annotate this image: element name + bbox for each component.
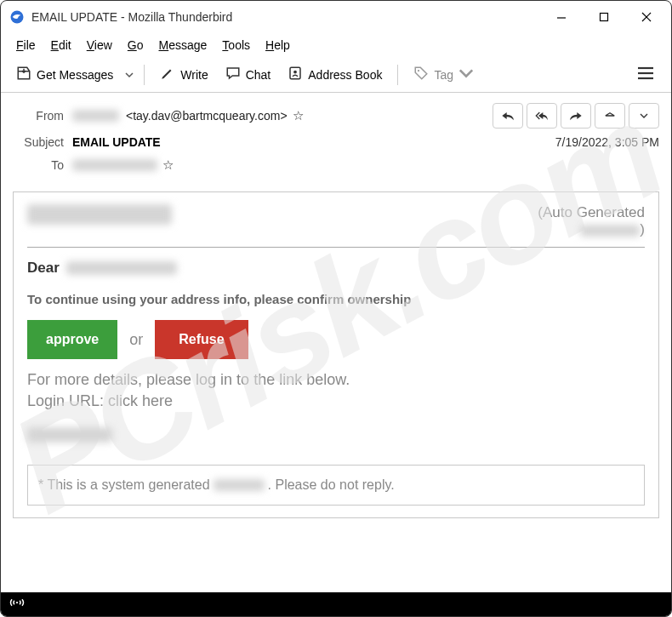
inbox-download-icon <box>16 66 31 83</box>
menu-tools[interactable]: Tools <box>215 35 257 55</box>
address-book-button[interactable]: Address Book <box>281 62 389 87</box>
chevron-down-icon <box>458 66 474 83</box>
tag-label: Tag <box>434 68 453 82</box>
login-url-link[interactable]: Login URL: click here <box>27 391 645 412</box>
instruction-text: To continue using your address info, ple… <box>27 292 645 306</box>
app-window: EMAIL UPDATE - Mozilla Thunderbird File … <box>0 0 672 617</box>
menu-edit[interactable]: Edit <box>44 35 78 55</box>
panel-header: (Auto Generated ) <box>27 204 645 248</box>
separator <box>144 65 145 85</box>
message-actions <box>493 103 659 129</box>
menu-go[interactable]: Go <box>121 35 151 55</box>
auto-generated-redacted <box>580 225 640 237</box>
archive-button[interactable] <box>595 103 625 129</box>
message-date: 7/19/2022, 3:05 PM <box>555 135 659 149</box>
minimize-button[interactable] <box>540 3 583 31</box>
from-address: <tay.dav@bartmcqueary.com> <box>126 109 288 123</box>
chat-label: Chat <box>246 68 271 82</box>
more-actions-button[interactable] <box>629 103 659 129</box>
titlebar: EMAIL UPDATE - Mozilla Thunderbird <box>1 1 671 33</box>
menu-file[interactable]: File <box>9 35 43 55</box>
svg-point-6 <box>293 71 297 74</box>
close-button[interactable] <box>625 3 668 31</box>
star-contact-button[interactable]: ☆ <box>293 108 304 123</box>
svg-rect-2 <box>601 14 608 21</box>
write-label: Write <box>180 68 208 82</box>
hamburger-icon <box>637 68 654 83</box>
svg-point-7 <box>418 70 419 71</box>
menu-view[interactable]: View <box>80 35 119 55</box>
address-book-label: Address Book <box>308 68 382 82</box>
recipient-redacted <box>27 204 172 225</box>
address-book-icon <box>288 66 303 83</box>
from-name-redacted <box>72 110 119 122</box>
system-footer: * This is a system generated . Please do… <box>27 465 645 506</box>
separator <box>397 65 398 85</box>
footer-prefix: * This is a system generated <box>38 477 210 493</box>
details-text: For more details, please log in to the l… <box>27 369 645 412</box>
details-line1: For more details, please log in to the l… <box>27 369 645 391</box>
maximize-button[interactable] <box>583 3 625 31</box>
get-messages-dropdown[interactable] <box>123 71 135 79</box>
from-label: From <box>13 109 64 123</box>
get-messages-button[interactable]: Get Messages <box>9 62 120 87</box>
reply-all-button[interactable] <box>527 103 557 129</box>
tag-button[interactable]: Tag <box>407 62 481 87</box>
toolbar: Get Messages Write Chat Address Book Tag <box>1 57 671 93</box>
greeting-name-redacted <box>66 261 177 275</box>
menu-help[interactable]: Help <box>259 35 297 55</box>
email-panel: (Auto Generated ) Dear To continue using… <box>13 191 659 518</box>
subject-text: EMAIL UPDATE <box>72 135 161 149</box>
to-row: To ☆ <box>13 154 659 176</box>
forward-button[interactable] <box>561 103 591 129</box>
refuse-button[interactable]: Refuse <box>155 320 248 359</box>
reply-button[interactable] <box>493 103 523 129</box>
chat-icon <box>225 66 241 83</box>
message-body: (Auto Generated ) Dear To continue using… <box>1 183 671 592</box>
app-menu-button[interactable] <box>629 63 663 87</box>
to-address-redacted <box>72 159 157 171</box>
message-header: From <tay.dav@bartmcqueary.com> ☆ Subjec… <box>1 93 671 183</box>
tag-icon <box>413 66 429 83</box>
action-buttons-row: approve or Refuse <box>27 320 645 359</box>
from-row: From <tay.dav@bartmcqueary.com> ☆ <box>13 100 659 132</box>
window-title: EMAIL UPDATE - Mozilla Thunderbird <box>31 10 540 24</box>
statusbar <box>1 592 671 616</box>
footer-suffix: . Please do not reply. <box>268 477 395 493</box>
subject-row: Subject EMAIL UPDATE 7/19/2022, 3:05 PM <box>13 132 659 154</box>
thunderbird-icon <box>9 9 25 25</box>
auto-generated-label: (Auto Generated ) <box>538 204 645 238</box>
activity-icon <box>9 597 25 612</box>
menu-message[interactable]: Message <box>152 35 214 55</box>
to-label: To <box>13 158 64 172</box>
chat-button[interactable]: Chat <box>219 62 278 87</box>
or-text: or <box>129 331 143 349</box>
write-button[interactable]: Write <box>153 62 214 87</box>
star-contact-button[interactable]: ☆ <box>162 157 174 173</box>
subject-label: Subject <box>13 135 64 149</box>
svg-point-11 <box>16 602 18 603</box>
approve-button[interactable]: approve <box>27 320 117 359</box>
footer-redacted <box>214 479 265 491</box>
greeting: Dear <box>27 260 645 277</box>
menubar: File Edit View Go Message Tools Help <box>1 33 671 57</box>
pencil-icon <box>160 66 175 83</box>
window-controls <box>540 3 668 31</box>
signature-redacted <box>27 427 112 443</box>
get-messages-label: Get Messages <box>37 68 113 82</box>
